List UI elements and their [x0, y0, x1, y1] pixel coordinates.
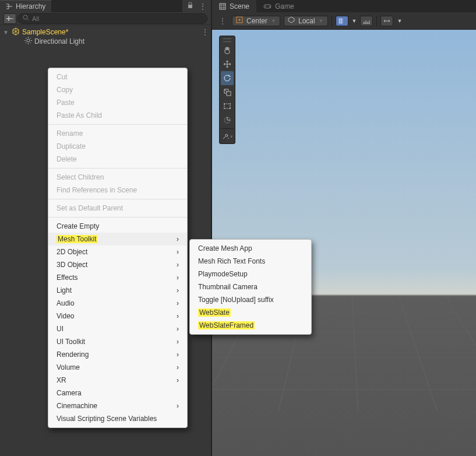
kebab-icon[interactable]: ⋮: [199, 2, 206, 10]
ctx-duplicate[interactable]: Duplicate: [48, 140, 187, 153]
chevron-right-icon: ›: [177, 338, 179, 346]
ctx-volume[interactable]: Volume›: [48, 361, 187, 374]
game-tab-label: Game: [275, 2, 294, 10]
chevron-right-icon: ›: [177, 376, 179, 384]
custom-tools-button[interactable]: ▾: [221, 128, 234, 142]
scene-grid-icon: [219, 3, 226, 10]
local-icon: [288, 16, 295, 25]
chevron-right-icon: ›: [177, 273, 179, 282]
space-mode-label: Local: [298, 17, 315, 25]
ctx-mesh-toolkit[interactable]: Mesh Toolkit›: [48, 233, 187, 245]
snap-settings-button[interactable]: [380, 16, 393, 26]
hierarchy-icon: [6, 3, 13, 10]
snap-increment-button[interactable]: [360, 16, 373, 26]
scene-name-label: SampleScene*: [22, 28, 68, 36]
hierarchy-search[interactable]: [17, 13, 207, 24]
chevron-right-icon: ›: [177, 235, 179, 243]
menu-separator: [48, 199, 187, 199]
transform-tool-button[interactable]: [221, 113, 234, 127]
sub-webslate-framed[interactable]: WebSlateFramed: [190, 319, 311, 332]
svg-rect-0: [188, 5, 192, 8]
chevron-down-icon[interactable]: ▼: [352, 18, 357, 24]
grid-snap-button[interactable]: [336, 16, 348, 26]
ctx-cut[interactable]: Cut: [48, 71, 187, 83]
sub-playmode-setup[interactable]: PlaymodeSetup: [190, 268, 311, 280]
ctx-3d-object[interactable]: 3D Object›: [48, 258, 187, 271]
ctx-rename[interactable]: Rename: [48, 127, 187, 140]
rotate-tool-button[interactable]: [221, 71, 234, 85]
ctx-rendering[interactable]: Rendering›: [48, 348, 187, 361]
svg-rect-10: [224, 104, 230, 108]
menu-separator: [48, 124, 187, 125]
move-tool-button[interactable]: [221, 57, 234, 71]
ctx-paste-as-child[interactable]: Paste As Child: [48, 109, 187, 122]
chevron-down-icon[interactable]: ▼: [397, 18, 402, 24]
scene-panel: Scene Game ⋮ Center ▼ Local ▼: [212, 0, 476, 456]
chevron-right-icon: ›: [177, 325, 179, 333]
ctx-create-empty[interactable]: Create Empty: [48, 220, 187, 233]
center-icon: [236, 16, 243, 25]
svg-point-12: [230, 103, 231, 104]
pivot-mode-dropdown[interactable]: Center ▼: [232, 16, 280, 26]
palette-drag-handle[interactable]: [223, 38, 231, 42]
ctx-effects[interactable]: Effects›: [48, 271, 187, 284]
gameobject-row[interactable]: Directional Light: [0, 37, 211, 46]
foldout-icon[interactable]: ▼: [2, 29, 9, 36]
sub-create-mesh-app[interactable]: Create Mesh App: [190, 242, 311, 255]
scene-tab[interactable]: Scene: [212, 0, 256, 12]
rect-tool-button[interactable]: [221, 99, 234, 113]
lock-icon[interactable]: [187, 2, 193, 10]
search-icon: [23, 15, 29, 23]
chevron-right-icon: ›: [177, 350, 179, 359]
hand-tool-button[interactable]: [221, 43, 234, 57]
scale-tool-button[interactable]: [221, 85, 234, 99]
scene-tab-row: Scene Game: [212, 0, 476, 12]
toolbar-kebab-icon[interactable]: ⋮: [217, 17, 228, 25]
ctx-xr[interactable]: XR›: [48, 374, 187, 387]
unity-logo-icon: [12, 27, 20, 37]
hierarchy-search-input[interactable]: [32, 15, 202, 22]
ctx-copy[interactable]: Copy: [48, 83, 187, 96]
scene-row[interactable]: ▼ SampleScene* ⋮: [0, 27, 211, 37]
mesh-toolkit-submenu: Create Mesh App Mesh Rich Text Fonts Pla…: [189, 239, 312, 335]
ctx-camera[interactable]: Camera: [48, 387, 187, 399]
ctx-video[interactable]: Video›: [48, 310, 187, 322]
svg-point-6: [269, 6, 270, 8]
scene-row-kebab-icon[interactable]: ⋮: [202, 28, 211, 36]
ctx-light[interactable]: Light›: [48, 284, 187, 297]
svg-point-13: [224, 108, 225, 109]
chevron-right-icon: ›: [177, 261, 179, 269]
sub-toggle-noupload[interactable]: Toggle [NoUpload] suffix: [190, 293, 311, 306]
svg-rect-4: [264, 5, 271, 8]
create-dropdown-button[interactable]: [3, 13, 16, 24]
hierarchy-tab[interactable]: Hierarchy: [0, 0, 51, 12]
highlight: Mesh Toolkit: [57, 235, 97, 243]
game-tab[interactable]: Game: [256, 0, 301, 12]
scene-tab-label: Scene: [230, 2, 249, 10]
ctx-find-refs[interactable]: Find References in Scene: [48, 184, 187, 197]
ctx-2d-object[interactable]: 2D Object›: [48, 245, 187, 258]
ctx-ui-toolkit[interactable]: UI Toolkit›: [48, 335, 187, 348]
gamepad-icon: [263, 3, 272, 9]
ctx-set-default-parent[interactable]: Set as Default Parent: [48, 202, 187, 215]
hierarchy-toolbar: [0, 12, 211, 25]
ctx-cinemachine[interactable]: Cinemachine›: [48, 399, 187, 412]
scene-tool-palette: ▾: [219, 36, 235, 144]
sub-mesh-rich-text-fonts[interactable]: Mesh Rich Text Fonts: [190, 255, 311, 268]
ctx-vssv[interactable]: Visual Scripting Scene Variables: [48, 412, 187, 425]
ctx-select-children[interactable]: Select Children: [48, 171, 187, 184]
sub-thumbnail-camera[interactable]: Thumbnail Camera: [190, 280, 311, 293]
sub-webslate[interactable]: WebSlate: [190, 306, 311, 319]
chevron-down-icon: ▼: [319, 18, 324, 24]
space-mode-dropdown[interactable]: Local ▼: [284, 16, 328, 26]
ctx-paste[interactable]: Paste: [48, 96, 187, 109]
ctx-delete[interactable]: Delete: [48, 153, 187, 166]
hierarchy-tab-label: Hierarchy: [16, 2, 45, 10]
svg-point-8: [239, 19, 241, 21]
chevron-right-icon: ›: [177, 286, 179, 294]
ctx-audio[interactable]: Audio›: [48, 297, 187, 310]
gameobject-label: Directional Light: [34, 37, 84, 45]
chevron-right-icon: ›: [177, 402, 179, 410]
ctx-ui[interactable]: UI›: [48, 322, 187, 335]
light-icon: [24, 37, 32, 46]
